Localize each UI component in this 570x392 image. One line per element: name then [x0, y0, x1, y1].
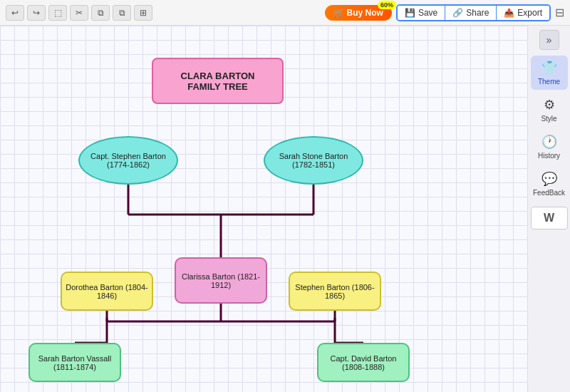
select-button[interactable]: ⬚	[48, 5, 67, 21]
collapse-icon: »	[546, 34, 552, 46]
sidebar-feedback-label: FeedBack	[533, 189, 565, 197]
toolbar-right: 🛒 Buy Now 60% 💾 Save 🔗 Share 📤 Export ⊟	[325, 4, 564, 21]
david-text: Capt. David Barton (1808-1888)	[318, 354, 408, 371]
export-button[interactable]: 📤 Export	[497, 6, 549, 20]
canvas-area[interactable]: CLARA BARTON FAMILY TREE Capt. Stephen B…	[0, 26, 527, 392]
title-node[interactable]: CLARA BARTON FAMILY TREE	[152, 58, 284, 104]
toolbar-left: ↩ ↪ ⬚ ✂ ⧉ ⧉ ⊞	[6, 5, 152, 21]
sidebar-theme-label: Theme	[538, 78, 560, 86]
david-node[interactable]: Capt. David Barton (1808-1888)	[317, 343, 410, 382]
dorothea-node[interactable]: Dorothea Barton (1804-1846)	[61, 272, 153, 311]
capt-stephen-node[interactable]: Capt. Stephen Barton (1774-1862)	[78, 136, 178, 185]
redo-button[interactable]: ↪	[27, 5, 46, 21]
save-button[interactable]: 💾 Save	[398, 6, 445, 20]
cut-button[interactable]: ✂	[70, 5, 88, 21]
main-area: CLARA BARTON FAMILY TREE Capt. Stephen B…	[0, 26, 570, 392]
theme-icon: 👕	[542, 60, 557, 76]
title-text: CLARA BARTON FAMILY TREE	[181, 71, 255, 92]
sidebar-collapse-button[interactable]: »	[539, 30, 559, 50]
copy-button[interactable]: ⧉	[91, 5, 110, 21]
toolbar: ↩ ↪ ⬚ ✂ ⧉ ⧉ ⊞ 🛒 Buy Now 60% 💾 Save 🔗 Sha…	[0, 0, 570, 26]
buy-badge: 60%	[378, 1, 396, 9]
capt-stephen-text: Capt. Stephen Barton (1774-1862)	[90, 152, 166, 169]
feedback-icon: 💬	[542, 171, 557, 187]
share-label: Share	[466, 8, 489, 18]
buy-now-label: 🛒 Buy Now	[333, 8, 383, 18]
clarissa-node[interactable]: Clarissa Barton (1821-1912)	[175, 257, 267, 304]
share-button[interactable]: 🔗 Share	[445, 6, 497, 20]
sidebar-item-history[interactable]: 🕐 History	[531, 130, 568, 164]
undo-button[interactable]: ↩	[6, 5, 24, 21]
sidebar-item-theme[interactable]: 👕 Theme	[531, 56, 568, 90]
stephen-node[interactable]: Stephen Barton (1806-1865)	[289, 272, 381, 311]
sidebar-w-button[interactable]: W	[531, 207, 568, 229]
paste-button[interactable]: ⧉	[113, 5, 131, 21]
export-icon: 📤	[504, 8, 514, 18]
sidebar-style-label: Style	[541, 115, 556, 123]
buy-now-button[interactable]: 🛒 Buy Now 60%	[325, 5, 392, 21]
sidebar: » 👕 Theme ⚙ Style 🕐 History 💬 FeedBack W	[527, 26, 570, 392]
dorothea-text: Dorothea Barton (1804-1846)	[62, 283, 152, 300]
save-label: Save	[418, 8, 437, 18]
monitor-icon[interactable]: ⊟	[555, 6, 564, 19]
style-icon: ⚙	[544, 97, 555, 113]
sarah-stone-node[interactable]: Sarah Stone Barton (1782-1851)	[264, 136, 363, 185]
sidebar-item-feedback[interactable]: 💬 FeedBack	[531, 167, 568, 201]
share-icon: 🔗	[452, 8, 463, 18]
stephen-text: Stephen Barton (1806-1865)	[290, 283, 380, 300]
sidebar-item-style[interactable]: ⚙ Style	[531, 93, 568, 127]
save-icon: 💾	[405, 8, 415, 18]
grid-button[interactable]: ⊞	[134, 5, 152, 21]
sarah-vassall-node[interactable]: Sarah Barton Vassall (1811-1874)	[28, 343, 121, 382]
sarah-stone-text: Sarah Stone Barton (1782-1851)	[279, 152, 348, 169]
action-button-group: 💾 Save 🔗 Share 📤 Export	[396, 4, 551, 21]
clarissa-text: Clarissa Barton (1821-1912)	[176, 272, 266, 289]
sarah-vassall-text: Sarah Barton Vassall (1811-1874)	[30, 354, 120, 371]
w-label: W	[544, 212, 554, 225]
sidebar-history-label: History	[538, 152, 560, 160]
history-icon: 🕐	[542, 134, 557, 150]
export-label: Export	[517, 8, 542, 18]
